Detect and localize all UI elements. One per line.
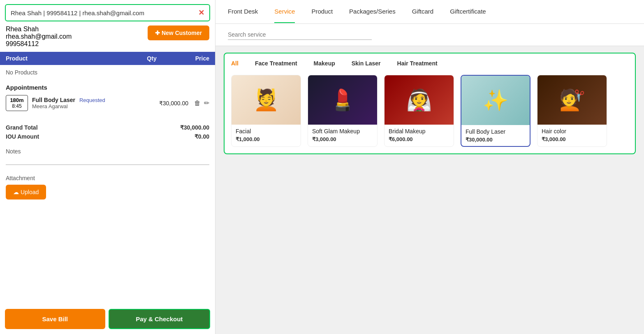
notes-label: Notes [6,148,209,155]
laser-image: ✨ [461,76,530,125]
tab-front-desk[interactable]: Front Desk [228,0,258,23]
delete-appointment-button[interactable]: 🗑 [194,100,201,107]
appointment-staff: Meera Agarwal [32,103,155,109]
soft-glam-image: 💄 [308,75,377,125]
facial-image: 💆 [232,75,301,125]
service-content: All Face Treatment Makeup Skin Laser Hai… [215,46,644,334]
tab-product[interactable]: Product [311,0,333,23]
customer-search-bar: ✕ [5,4,210,21]
cat-tab-skin-laser[interactable]: Skin Laser [352,60,381,67]
soft-glam-price: ₹3,000.00 [312,136,373,142]
customer-row: Rhea Shah rhea.shah@gmail.com 999584112 … [0,26,215,52]
service-grid-wrapper: All Face Treatment Makeup Skin Laser Hai… [224,53,636,154]
cat-tab-face-treatment[interactable]: Face Treatment [255,60,297,67]
product-col-header: Product [6,55,135,62]
hair-name: Hair color [542,128,602,135]
notes-section: Notes [0,142,215,171]
hair-image: 💇 [537,75,607,125]
appointment-price: ₹30,000.00 [159,100,188,107]
bridal-image: 👰 [385,75,454,125]
close-icon[interactable]: ✕ [198,8,204,17]
hair-card-body: Hair color ₹3,000.00 [537,125,607,146]
appointment-name: Full Body Laser Requested [32,97,155,103]
facial-card-body: Facial ₹1,000.00 [232,125,301,146]
pay-checkout-button[interactable]: Pay & Checkout [109,309,211,329]
attachment-section: Attachment ☁ Upload [0,171,215,199]
grand-total-row: Grand Total ₹30,000.00 [6,124,209,131]
appointment-duration: 180m [9,97,24,103]
iou-row: IOU Amount ₹0.00 [6,133,209,140]
appointment-item: 180m 8:45 Full Body Laser Requested Meer… [6,95,209,111]
tab-packages[interactable]: Packages/Series [349,0,396,23]
appointments-section: Appointments 180m 8:45 Full Body Laser R… [0,80,215,114]
service-card-soft-glam[interactable]: 💄 Soft Glam Makeup ₹3,000.00 [308,75,378,147]
customer-email: rhea.shah@gmail.com [6,33,72,40]
customer-details: Rhea Shah rhea.shah@gmail.com 999584112 [6,26,72,48]
grand-total-value: ₹30,000.00 [180,124,209,131]
cat-tab-all[interactable]: All [231,60,239,67]
laser-card-body: Full Body Laser ₹30,000.00 [461,125,530,146]
grand-total-label: Grand Total [6,124,38,131]
product-table-header: Product Qty Price [0,52,215,65]
laser-price: ₹30,000.00 [466,137,526,143]
bridal-price: ₹6,000.00 [389,136,449,142]
appointment-time: 8:45 [9,103,24,109]
tab-giftcertificate[interactable]: Giftcertificate [450,0,486,23]
appointments-title: Appointments [6,84,209,91]
service-card-full-body-laser[interactable]: ✨ Full Body Laser ₹30,000.00 [461,75,530,147]
tab-service[interactable]: Service [274,0,295,23]
edit-appointment-button[interactable]: ✏ [204,99,209,107]
soft-glam-card-body: Soft Glam Makeup ₹3,000.00 [308,125,377,146]
service-search-input[interactable] [228,30,372,40]
tab-giftcard[interactable]: Giftcard [412,0,434,23]
service-cards: 💆 Facial ₹1,000.00 💄 Soft Glam Makeup ₹3… [231,75,628,147]
left-panel: ✕ Rhea Shah rhea.shah@gmail.com 99958411… [0,0,215,334]
appointment-actions: 🗑 ✏ [194,99,209,107]
facial-price: ₹1,000.00 [236,136,297,142]
appointment-info: Full Body Laser Requested Meera Agarwal [32,97,155,109]
iou-label: IOU Amount [6,133,39,140]
cat-tab-hair-treatment[interactable]: Hair Treatment [397,60,438,67]
customer-phone: 999584112 [6,40,72,48]
facial-name: Facial [236,128,297,135]
totals-section: Grand Total ₹30,000.00 IOU Amount ₹0.00 [0,118,215,142]
service-card-bridal[interactable]: 👰 Bridal Makeup ₹6,000.00 [384,75,454,147]
notes-line [6,165,209,165]
service-card-hair-color[interactable]: 💇 Hair color ₹3,000.00 [537,75,607,147]
customer-search-input[interactable] [11,9,198,16]
top-tabs: Front Desk Service Product Packages/Seri… [215,0,644,24]
right-panel: Front Desk Service Product Packages/Seri… [215,0,644,334]
hair-price: ₹3,000.00 [542,136,602,142]
no-products-text: No Products [0,65,215,80]
cat-tab-makeup[interactable]: Makeup [314,60,335,67]
save-bill-button[interactable]: Save Bill [5,309,105,329]
right-search-bar [215,24,644,46]
price-col-header: Price [168,55,209,62]
soft-glam-name: Soft Glam Makeup [312,128,373,135]
attachment-label: Attachment [6,175,209,181]
bridal-name: Bridal Makeup [389,128,449,135]
laser-name: Full Body Laser [466,128,526,135]
appointment-time-box: 180m 8:45 [6,95,28,111]
service-card-facial[interactable]: 💆 Facial ₹1,000.00 [231,75,301,147]
qty-col-header: Qty [135,55,168,62]
new-customer-button[interactable]: ✚ New Customer [148,26,209,40]
upload-button[interactable]: ☁ Upload [6,185,46,199]
iou-value: ₹0.00 [195,133,209,140]
bottom-actions: Save Bill Pay & Checkout [0,304,215,334]
category-tabs: All Face Treatment Makeup Skin Laser Hai… [231,60,628,68]
appointment-status: Requested [79,97,105,103]
bridal-card-body: Bridal Makeup ₹6,000.00 [385,125,454,146]
customer-name: Rhea Shah [6,26,72,33]
